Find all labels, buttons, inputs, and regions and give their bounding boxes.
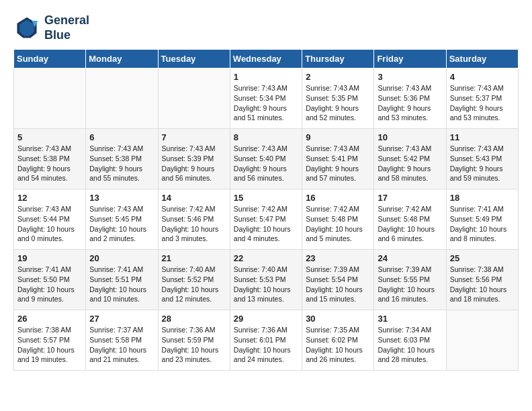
weekday-header: Sunday (14, 50, 86, 68)
calendar-cell: 28Sunrise: 7:36 AM Sunset: 5:59 PM Dayli… (158, 310, 230, 371)
calendar-row: 26Sunrise: 7:38 AM Sunset: 5:57 PM Dayli… (14, 310, 519, 371)
day-content: Sunrise: 7:43 AM Sunset: 5:45 PM Dayligh… (89, 204, 154, 244)
day-content: Sunrise: 7:39 AM Sunset: 5:55 PM Dayligh… (378, 265, 442, 304)
day-number: 9 (306, 132, 370, 142)
day-number: 6 (89, 132, 154, 142)
header-row: SundayMondayTuesdayWednesdayThursdayFrid… (14, 50, 519, 68)
day-number: 31 (378, 314, 442, 324)
day-content: Sunrise: 7:42 AM Sunset: 5:48 PM Dayligh… (306, 204, 370, 244)
weekday-header: Thursday (302, 50, 374, 68)
calendar-cell: 23Sunrise: 7:39 AM Sunset: 5:54 PM Dayli… (302, 250, 374, 310)
day-content: Sunrise: 7:43 AM Sunset: 5:41 PM Dayligh… (306, 144, 370, 183)
day-content: Sunrise: 7:43 AM Sunset: 5:35 PM Dayligh… (306, 83, 370, 123)
day-content: Sunrise: 7:36 AM Sunset: 6:01 PM Dayligh… (234, 325, 298, 365)
calendar-cell: 2Sunrise: 7:43 AM Sunset: 5:35 PM Daylig… (302, 68, 374, 129)
logo: General Blue (13, 13, 89, 42)
day-number: 8 (234, 132, 298, 142)
calendar-cell: 8Sunrise: 7:43 AM Sunset: 5:40 PM Daylig… (230, 129, 302, 189)
calendar-cell: 20Sunrise: 7:41 AM Sunset: 5:51 PM Dayli… (86, 250, 158, 310)
day-number: 29 (234, 314, 298, 324)
day-content: Sunrise: 7:43 AM Sunset: 5:38 PM Dayligh… (17, 144, 82, 183)
day-content: Sunrise: 7:37 AM Sunset: 5:58 PM Dayligh… (89, 325, 154, 365)
calendar-row: 1Sunrise: 7:43 AM Sunset: 5:34 PM Daylig… (14, 68, 519, 129)
logo-text: General Blue (44, 13, 89, 42)
day-number: 21 (162, 253, 226, 263)
day-number: 10 (378, 132, 442, 142)
day-number: 7 (162, 132, 226, 142)
day-content: Sunrise: 7:43 AM Sunset: 5:36 PM Dayligh… (378, 83, 442, 123)
day-content: Sunrise: 7:43 AM Sunset: 5:40 PM Dayligh… (234, 144, 298, 183)
calendar-cell: 15Sunrise: 7:42 AM Sunset: 5:47 PM Dayli… (230, 189, 302, 250)
day-content: Sunrise: 7:42 AM Sunset: 5:47 PM Dayligh… (234, 204, 298, 244)
calendar-cell (86, 68, 158, 129)
calendar-cell (446, 310, 518, 371)
calendar-cell: 18Sunrise: 7:41 AM Sunset: 5:49 PM Dayli… (446, 189, 518, 250)
weekday-header: Tuesday (158, 50, 230, 68)
day-number: 1 (234, 72, 298, 82)
day-content: Sunrise: 7:35 AM Sunset: 6:02 PM Dayligh… (306, 325, 370, 365)
calendar-cell: 9Sunrise: 7:43 AM Sunset: 5:41 PM Daylig… (302, 129, 374, 189)
day-content: Sunrise: 7:41 AM Sunset: 5:50 PM Dayligh… (17, 265, 82, 304)
day-content: Sunrise: 7:42 AM Sunset: 5:48 PM Dayligh… (378, 204, 442, 244)
weekday-header: Monday (86, 50, 158, 68)
day-content: Sunrise: 7:38 AM Sunset: 5:56 PM Dayligh… (450, 265, 515, 304)
calendar-cell: 24Sunrise: 7:39 AM Sunset: 5:55 PM Dayli… (374, 250, 446, 310)
day-number: 18 (450, 193, 515, 203)
day-content: Sunrise: 7:43 AM Sunset: 5:34 PM Dayligh… (234, 83, 298, 123)
day-content: Sunrise: 7:41 AM Sunset: 5:51 PM Dayligh… (89, 265, 154, 304)
day-number: 30 (306, 314, 370, 324)
day-number: 16 (306, 193, 370, 203)
day-number: 3 (378, 72, 442, 82)
calendar-cell: 11Sunrise: 7:43 AM Sunset: 5:43 PM Dayli… (446, 129, 518, 189)
calendar-cell: 26Sunrise: 7:38 AM Sunset: 5:57 PM Dayli… (14, 310, 86, 371)
weekday-header: Friday (374, 50, 446, 68)
day-number: 14 (162, 193, 226, 203)
calendar-cell: 1Sunrise: 7:43 AM Sunset: 5:34 PM Daylig… (230, 68, 302, 129)
day-number: 5 (17, 132, 82, 142)
day-content: Sunrise: 7:43 AM Sunset: 5:42 PM Dayligh… (378, 144, 442, 183)
calendar-cell: 31Sunrise: 7:34 AM Sunset: 6:03 PM Dayli… (374, 310, 446, 371)
day-content: Sunrise: 7:43 AM Sunset: 5:43 PM Dayligh… (450, 144, 515, 183)
day-content: Sunrise: 7:40 AM Sunset: 5:52 PM Dayligh… (162, 265, 226, 304)
day-number: 12 (17, 193, 82, 203)
calendar-cell: 29Sunrise: 7:36 AM Sunset: 6:01 PM Dayli… (230, 310, 302, 371)
day-content: Sunrise: 7:42 AM Sunset: 5:46 PM Dayligh… (162, 204, 226, 244)
day-number: 25 (450, 253, 515, 263)
calendar-cell: 7Sunrise: 7:43 AM Sunset: 5:39 PM Daylig… (158, 129, 230, 189)
day-content: Sunrise: 7:34 AM Sunset: 6:03 PM Dayligh… (378, 325, 442, 365)
calendar-table: SundayMondayTuesdayWednesdayThursdayFrid… (13, 49, 519, 371)
calendar-cell: 21Sunrise: 7:40 AM Sunset: 5:52 PM Dayli… (158, 250, 230, 310)
day-number: 19 (17, 253, 82, 263)
day-content: Sunrise: 7:43 AM Sunset: 5:38 PM Dayligh… (89, 144, 154, 183)
day-number: 28 (162, 314, 226, 324)
calendar-cell: 4Sunrise: 7:43 AM Sunset: 5:37 PM Daylig… (446, 68, 518, 129)
calendar-cell (14, 68, 86, 129)
day-number: 17 (378, 193, 442, 203)
day-number: 13 (89, 193, 154, 203)
calendar-cell: 10Sunrise: 7:43 AM Sunset: 5:42 PM Dayli… (374, 129, 446, 189)
calendar-cell: 19Sunrise: 7:41 AM Sunset: 5:50 PM Dayli… (14, 250, 86, 310)
day-number: 20 (89, 253, 154, 263)
weekday-header: Wednesday (230, 50, 302, 68)
day-number: 4 (450, 72, 515, 82)
calendar-cell (158, 68, 230, 129)
day-number: 15 (234, 193, 298, 203)
day-number: 26 (17, 314, 82, 324)
weekday-header: Saturday (446, 50, 518, 68)
calendar-cell: 25Sunrise: 7:38 AM Sunset: 5:56 PM Dayli… (446, 250, 518, 310)
page-header: General Blue (13, 13, 519, 42)
day-number: 11 (450, 132, 515, 142)
calendar-cell: 14Sunrise: 7:42 AM Sunset: 5:46 PM Dayli… (158, 189, 230, 250)
calendar-cell: 5Sunrise: 7:43 AM Sunset: 5:38 PM Daylig… (14, 129, 86, 189)
day-content: Sunrise: 7:36 AM Sunset: 5:59 PM Dayligh… (162, 325, 226, 365)
calendar-cell: 17Sunrise: 7:42 AM Sunset: 5:48 PM Dayli… (374, 189, 446, 250)
day-content: Sunrise: 7:43 AM Sunset: 5:37 PM Dayligh… (450, 83, 515, 123)
calendar-cell: 13Sunrise: 7:43 AM Sunset: 5:45 PM Dayli… (86, 189, 158, 250)
calendar-row: 19Sunrise: 7:41 AM Sunset: 5:50 PM Dayli… (14, 250, 519, 310)
day-number: 22 (234, 253, 298, 263)
calendar-cell: 3Sunrise: 7:43 AM Sunset: 5:36 PM Daylig… (374, 68, 446, 129)
calendar-cell: 6Sunrise: 7:43 AM Sunset: 5:38 PM Daylig… (86, 129, 158, 189)
logo-icon (13, 15, 40, 42)
day-content: Sunrise: 7:39 AM Sunset: 5:54 PM Dayligh… (306, 265, 370, 304)
day-number: 24 (378, 253, 442, 263)
